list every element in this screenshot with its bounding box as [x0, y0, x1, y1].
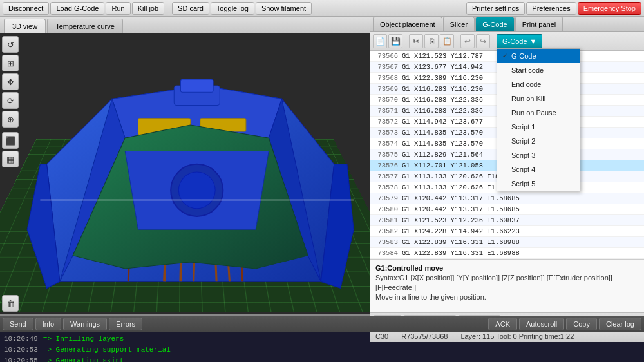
zoom-in-icon[interactable]: ⊕ [2, 111, 19, 128]
cut-icon[interactable]: ✂ [409, 34, 423, 48]
warnings-button[interactable]: Warnings [63, 318, 107, 330]
svg-point-18 [178, 172, 215, 209]
dropdown-item-gcode[interactable]: ✓ G-Code [497, 49, 580, 63]
tab-object-placement[interactable]: Object placement [373, 17, 442, 31]
gcode-area: 📄 💾 ✂ ⎘ 📋 ↩ ↪ G-Code ▼ [370, 32, 644, 342]
line-content: G1 X114.942 Y123.677 [402, 117, 483, 127]
preferences-button[interactable]: Preferences [526, 2, 576, 15]
grid-icon[interactable]: ▦ [2, 151, 19, 167]
refresh-icon[interactable]: ↺ [2, 36, 19, 53]
copy-button[interactable]: Copy [566, 318, 597, 330]
left-icons-panel: ↺ ⊞ ✥ ⟳ ⊕ ⬛ ▦ 🗑 [0, 33, 21, 314]
line-number: 73582 [373, 226, 402, 236]
line-content: G1 X116.283 Y116.230 [402, 84, 483, 94]
line-number: 73576 [373, 160, 402, 171]
line-content: G1 X123.677 Y114.942 [402, 62, 483, 72]
ack-button[interactable]: ACK [488, 318, 517, 330]
dropdown-item-script3[interactable]: Script 3 [497, 148, 580, 162]
gcode-line[interactable]: 73583G1 X122.839 Y116.331 E1.68988 [370, 237, 644, 248]
checkmark-icon: ✓ [502, 52, 511, 59]
redo-icon[interactable]: ↪ [476, 34, 490, 48]
line-content: G1 X114.835 Y123.570 [402, 138, 483, 149]
line-number: 73580 [373, 204, 402, 214]
dropdown-item-script1[interactable]: Script 1 [497, 120, 580, 134]
gcode-type-dropdown-btn[interactable]: G-Code ▼ [497, 34, 542, 48]
clear-log-button[interactable]: Clear log [599, 318, 641, 330]
line-content: G1 X124.228 Y114.942 E1.66223 [402, 226, 520, 236]
sd-card-button[interactable]: SD card [172, 2, 209, 15]
gcode-line[interactable]: 73581G1 X121.523 Y112.236 E1.60837 [370, 215, 644, 226]
tab-gcode[interactable]: G-Code [475, 17, 515, 31]
dropdown-item-label: G-Code [511, 52, 536, 60]
console-message: => Generating support material [43, 345, 171, 356]
load-gcode-button[interactable]: Load G-Code [50, 2, 104, 15]
rotate-icon[interactable]: ⟳ [2, 92, 19, 109]
show-filament-button[interactable]: Show filament [256, 2, 312, 15]
undo-icon[interactable]: ↩ [460, 34, 475, 48]
delete-icon[interactable]: 🗑 [2, 295, 19, 312]
left-panel: 3D view Temperature curve [0, 17, 370, 314]
toggle-log-button[interactable]: Toggle log [211, 2, 254, 15]
line-number: 73575 [373, 149, 402, 160]
autoscroll-button[interactable]: Autoscroll [519, 318, 564, 330]
disconnect-button[interactable]: Disconnect [3, 2, 49, 15]
line-content: G1 X114.835 Y123.570 [402, 128, 483, 138]
line-number: 73566 [373, 51, 402, 61]
tab-print-panel[interactable]: Print panel [515, 17, 564, 31]
new-file-icon[interactable]: 📄 [373, 34, 387, 48]
dropdown-item-script5[interactable]: Script 5 [497, 176, 580, 191]
tab-temperature-curve[interactable]: Temperature curve [47, 19, 123, 33]
dropdown-item-script4[interactable]: Script 4 [497, 162, 580, 176]
info-title: G1:Controlled move [375, 264, 639, 272]
3d-viewport: ↺ ⊞ ✥ ⟳ ⊕ ⬛ ▦ 🗑 [0, 33, 370, 314]
line-number: 73581 [373, 215, 402, 225]
console-output: 10:20:49 => Infilling layers10:20:53 => … [0, 332, 644, 362]
send-button[interactable]: Send [3, 318, 33, 330]
dropdown-item-end-code[interactable]: End code [497, 77, 580, 91]
info-box: G1:Controlled move Syntax:G1 [X[X positi… [370, 260, 644, 312]
dropdown-item-run-on-pause[interactable]: Run on Pause [497, 106, 580, 120]
view3d-icon[interactable]: ⬛ [2, 132, 19, 149]
line-number: 73583 [373, 237, 402, 247]
gcode-line[interactable]: 73580G1 X120.442 Y113.317 E1.58685 [370, 204, 644, 215]
kill-job-button[interactable]: Kill job [132, 2, 164, 15]
dropdown-item-run-on-kill[interactable]: Run on Kill [497, 91, 580, 106]
console-timestamp: 10:20:55 [4, 356, 38, 362]
line-content: G1 X121.523 Y112.236 E1.60837 [402, 215, 520, 225]
dropdown-item-label: Run on Pause [511, 109, 556, 117]
dropdown-item-label: Script 3 [511, 151, 535, 159]
gcode-line[interactable]: 73579G1 X120.442 Y113.317 E1.58685 [370, 193, 644, 204]
run-button[interactable]: Run [106, 2, 130, 15]
paste-icon[interactable]: 📋 [440, 34, 454, 48]
line-number: 73572 [373, 117, 402, 127]
printer-settings-button[interactable]: Printer settings [466, 2, 525, 15]
save-icon[interactable]: 💾 [388, 34, 402, 48]
zoom-fit-icon[interactable]: ⊞ [2, 55, 19, 71]
line-content: G1 X121.523 Y112.787 [402, 51, 483, 61]
tab-slicer[interactable]: Slicer [443, 17, 475, 31]
info-button[interactable]: Info [35, 318, 61, 330]
dropdown-item-label: Start code [511, 66, 544, 74]
line-number: 73579 [373, 193, 402, 204]
info-description: Move in a line to the given position. [375, 292, 639, 302]
line-number: 73574 [373, 138, 402, 149]
gcode-line[interactable]: 73584G1 X122.839 Y116.331 E1.68988 [370, 248, 644, 259]
info-syntax: Syntax:G1 [X[X position]] [Y[Y position]… [375, 273, 639, 292]
dropdown-item-start-code[interactable]: Start code [497, 63, 580, 77]
gcode-line[interactable]: 73582G1 X124.228 Y114.942 E1.66223 [370, 226, 644, 237]
move-icon[interactable]: ✥ [2, 73, 19, 90]
console-line: 10:20:55 => Generating skirt [4, 356, 640, 362]
line-content: G1 X122.839 Y116.331 E1.68988 [402, 237, 520, 247]
line-number: 73573 [373, 128, 402, 138]
tab-3d-view[interactable]: 3D view [4, 19, 46, 33]
dropdown-item-label: Script 4 [511, 166, 535, 173]
line-number: 73569 [373, 84, 402, 94]
console-line: 10:20:49 => Infilling layers [4, 334, 640, 345]
console-line: 10:20:53 => Generating support material [4, 345, 640, 356]
emergency-stop-button[interactable]: Emergency Stop [578, 2, 641, 15]
errors-button[interactable]: Errors [109, 318, 142, 330]
copy-icon[interactable]: ⎘ [424, 34, 439, 48]
console-message: => Infilling layers [43, 334, 124, 345]
bottom-console: Send Info Warnings Errors ACK Autoscroll… [0, 314, 644, 362]
dropdown-item-script2[interactable]: Script 2 [497, 134, 580, 148]
